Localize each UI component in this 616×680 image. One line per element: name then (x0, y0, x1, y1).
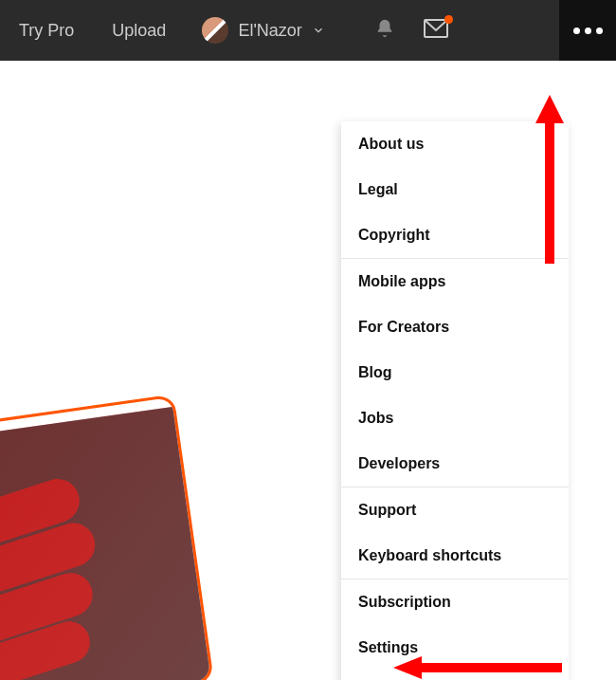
notification-dot-icon (444, 15, 453, 24)
more-dropdown: About us Legal Copyright Mobile apps For… (341, 121, 569, 680)
menu-item-blog[interactable]: Blog (341, 350, 569, 395)
menu-item-keyboard-shortcuts[interactable]: Keyboard shortcuts (341, 533, 569, 579)
username-label: El'Nazor (238, 21, 301, 41)
notifications-icon[interactable] (374, 18, 395, 43)
page-content: About us Legal Copyright Mobile apps For… (0, 61, 616, 680)
promo-card (0, 412, 237, 680)
menu-item-legal[interactable]: Legal (341, 167, 569, 212)
upload-link[interactable]: Upload (93, 21, 185, 41)
chevron-down-icon (312, 24, 325, 37)
menu-item-copyright[interactable]: Copyright (341, 212, 569, 258)
menu-item-jobs[interactable]: Jobs (341, 395, 569, 441)
svg-marker-2 (535, 95, 564, 123)
try-pro-link[interactable]: Try Pro (0, 21, 93, 41)
menu-item-for-creators[interactable]: For Creators (341, 304, 569, 350)
top-bar: Try Pro Upload El'Nazor (0, 0, 616, 61)
menu-item-mobile-apps[interactable]: Mobile apps (341, 259, 569, 304)
more-menu-button[interactable] (559, 0, 616, 61)
messages-icon[interactable] (424, 19, 448, 42)
avatar (202, 17, 228, 44)
menu-item-subscription[interactable]: Subscription (341, 579, 569, 625)
menu-item-support[interactable]: Support (341, 487, 569, 533)
more-icon (573, 28, 603, 34)
user-menu-button[interactable]: El'Nazor (190, 0, 335, 61)
menu-item-developers[interactable]: Developers (341, 441, 569, 487)
menu-item-sign-out[interactable]: Sign out (341, 671, 569, 680)
menu-item-settings[interactable]: Settings (341, 625, 569, 671)
menu-item-about-us[interactable]: About us (341, 121, 569, 167)
